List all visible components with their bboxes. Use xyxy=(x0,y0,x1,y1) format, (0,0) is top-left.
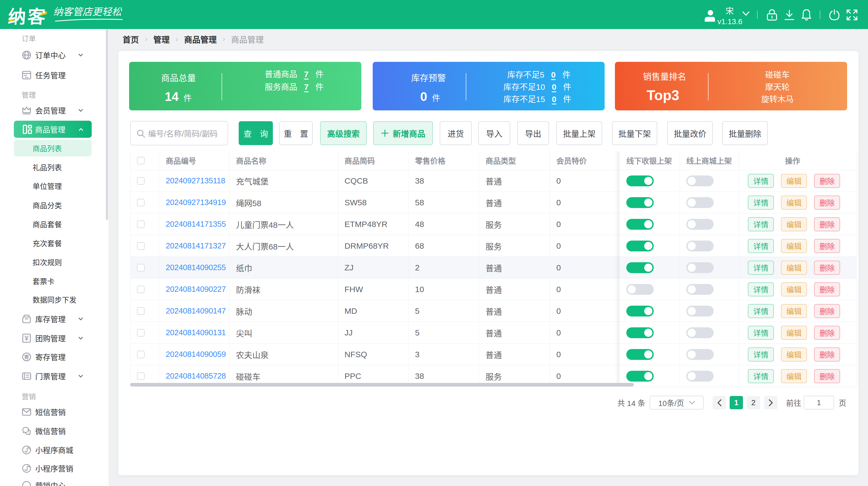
svg-text:寄: 寄 xyxy=(24,354,29,360)
svg-text:纳客管店更轻松: 纳客管店更轻松 xyxy=(53,6,122,18)
